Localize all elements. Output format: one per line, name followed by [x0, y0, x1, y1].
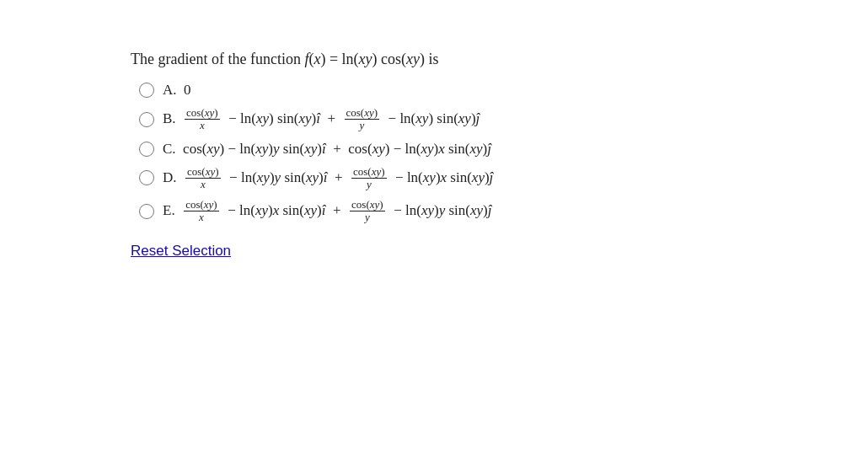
option-e-label: E. cos(xy) x − ln(xy)x sin(xy)î + cos(xy…	[163, 199, 491, 224]
option-d-radio[interactable]	[139, 170, 154, 185]
option-c-label: C. cos(xy) − ln(xy)y sin(xy)î + cos(xy) …	[163, 141, 491, 158]
option-b-label: B. cos(xy) x − ln(xy) sin(xy)î + cos(xy)…	[163, 107, 480, 132]
option-e-radio[interactable]	[139, 204, 154, 219]
options-list: A. 0 B. cos(xy) x − ln(xy) sin(xy)î + co…	[139, 82, 737, 224]
option-d-row[interactable]: D. cos(xy) x − ln(xy)y sin(xy)î + cos(xy…	[139, 166, 737, 191]
option-a-label: A. 0	[163, 82, 191, 99]
option-c-row[interactable]: C. cos(xy) − ln(xy)y sin(xy)î + cos(xy) …	[139, 141, 737, 158]
option-a-radio[interactable]	[139, 83, 154, 98]
reset-selection-link[interactable]: Reset Selection	[131, 243, 231, 260]
option-c-radio[interactable]	[139, 142, 154, 157]
option-d-label: D. cos(xy) x − ln(xy)y sin(xy)î + cos(xy…	[163, 166, 493, 191]
question-title: The gradient of the function f(x) = ln(x…	[131, 51, 737, 68]
option-b-row[interactable]: B. cos(xy) x − ln(xy) sin(xy)î + cos(xy)…	[139, 107, 737, 132]
main-container: The gradient of the function f(x) = ln(x…	[88, 17, 780, 293]
option-e-row[interactable]: E. cos(xy) x − ln(xy)x sin(xy)î + cos(xy…	[139, 199, 737, 224]
option-b-radio[interactable]	[139, 112, 154, 127]
option-a-row[interactable]: A. 0	[139, 82, 737, 99]
